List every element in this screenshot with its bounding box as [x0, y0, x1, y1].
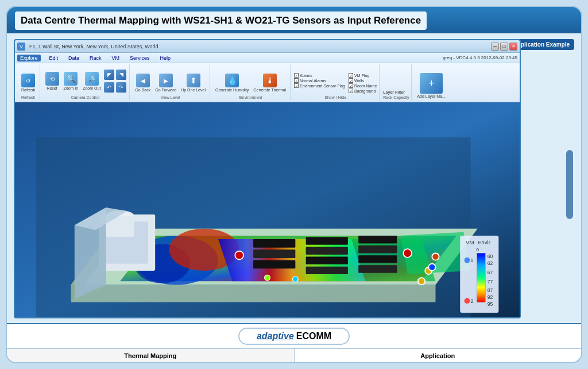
svg-text:95: 95 [488, 301, 493, 307]
svg-point-30 [403, 249, 412, 257]
rotate-right-button[interactable]: ↷ [115, 82, 127, 93]
reset-icon: ⟲ [45, 72, 59, 86]
env-sensor-box[interactable] [294, 83, 299, 88]
vm-flag-box[interactable] [349, 73, 353, 78]
window-title: F1, 1 Wall St, New York, New York, Unite… [27, 44, 491, 49]
menu-data[interactable]: Data [67, 55, 81, 61]
alarm-checkbox[interactable]: Alarms [294, 73, 345, 78]
walls-label: Walls [354, 79, 364, 83]
camera-buttons: ⟲ Reset 🔍 Zoom In 🔎 Zoom Out [44, 69, 127, 93]
window-controls: ─ □ ✕ [491, 43, 517, 51]
room-name-box[interactable] [349, 83, 353, 88]
menu-bar: Explore Edit Data Rack VM Services Help … [15, 53, 520, 63]
refresh-icon: ↺ [21, 74, 35, 87]
page-title: Data Centre Thermal Mapping with WS21-SH… [15, 11, 427, 30]
svg-rect-43 [477, 253, 486, 302]
window-chrome: V F1, 1 Wall St, New York, New York, Uni… [15, 40, 520, 53]
svg-rect-22 [358, 265, 397, 272]
tilt-right-button[interactable]: ◥ [115, 69, 127, 80]
normal-alarm-checkbox[interactable]: Normal Alarms [294, 78, 345, 83]
reset-button[interactable]: ⟲ Reset [44, 71, 61, 91]
svg-rect-17 [306, 257, 348, 264]
close-button[interactable]: ✕ [509, 43, 517, 51]
svg-point-29 [235, 251, 243, 260]
go-back-button[interactable]: ◀ Go Back [133, 72, 152, 93]
toolbar-section-refresh: ↺ Refresh Refresh [17, 64, 40, 101]
svg-text:67: 67 [488, 270, 493, 275]
svg-marker-3 [71, 285, 436, 302]
svg-text:VM: VM [466, 239, 474, 245]
svg-point-34 [428, 264, 435, 271]
nav-thermal-mapping[interactable]: Thermal Mapping [7, 349, 295, 362]
thermal-icon: 🌡 [263, 74, 277, 87]
layer-filter-label: Layer Filter [383, 90, 409, 94]
svg-point-33 [432, 253, 439, 260]
up-level-icon: ⬆ [187, 74, 200, 87]
menu-edit[interactable]: Edit [48, 55, 60, 61]
refresh-section-label: Refresh [21, 95, 36, 99]
env-buttons: 💧 Generate Humidity 🌡 Generate Thermal [214, 72, 288, 93]
svg-point-31 [418, 278, 425, 285]
svg-text:o: o [476, 247, 479, 252]
go-back-icon: ◀ [136, 74, 150, 87]
thermal-view[interactable]: VM Envir o 1 [15, 102, 520, 318]
zoom-out-icon: 🔎 [85, 72, 99, 86]
logo-container: adaptive ECOMM [238, 328, 350, 345]
logo-ecomm: ECOMM [296, 331, 331, 341]
status-bar: greg - VDC4.4.0.3 2012-09-02 23:45 [443, 55, 517, 60]
menu-help[interactable]: Help [158, 55, 173, 61]
normal-alarm-label: Normal Alarms [300, 79, 326, 83]
walls-checkbox[interactable]: Walls [349, 78, 377, 83]
background-checkbox[interactable]: Background [349, 89, 377, 93]
maximize-button[interactable]: □ [500, 43, 508, 51]
svg-text:1: 1 [471, 257, 474, 263]
toolbar-section-show-hide: Alarms Normal Alarms Environment Sensor … [292, 64, 380, 101]
main-card: Data Centre Thermal Mapping with WS21-SH… [6, 6, 582, 363]
zoom-out-button[interactable]: 🔎 Zoom Out [81, 71, 102, 91]
alarm-checkbox-box[interactable] [294, 73, 299, 78]
add-layer-icon: + [428, 78, 435, 90]
svg-text:60: 60 [488, 253, 493, 259]
right-scrollbar[interactable] [566, 150, 573, 219]
walls-box[interactable] [349, 78, 353, 83]
toolbar-section-view: ◀ Go Back ▶ Go Forward ⬆ Up One Level [131, 64, 210, 101]
vm-flag-checkbox[interactable]: VM Flag [349, 73, 377, 78]
zoom-in-button[interactable]: 🔍 Zoom In [62, 71, 80, 91]
env-section-label: Environment [239, 95, 262, 99]
refresh-label: Refresh [21, 88, 36, 92]
add-layer-button[interactable]: + Add Layer Ma... [415, 72, 447, 99]
rotate-left-button[interactable]: ↶ [103, 82, 115, 93]
camera-section-label: Camera Control [71, 95, 99, 99]
refresh-button[interactable]: ↺ Refresh [20, 72, 37, 93]
up-level-button[interactable]: ⬆ Up One Level [179, 72, 207, 93]
background-box[interactable] [349, 89, 353, 93]
minimize-button[interactable]: ─ [491, 43, 499, 51]
env-sensor-checkbox[interactable]: Environment Sensor Flag [294, 83, 345, 88]
menu-explore[interactable]: Explore [17, 55, 41, 62]
rack-capacity-label: Rack Capacity [383, 95, 409, 99]
svg-rect-18 [306, 267, 348, 274]
refresh-buttons: ↺ Refresh [20, 72, 37, 93]
svg-point-35 [265, 275, 270, 280]
zoom-in-icon: 🔍 [64, 72, 78, 86]
checkbox-group-1: Alarms Normal Alarms Environment Sensor … [294, 73, 345, 93]
go-forward-button[interactable]: ▶ Go Forward [153, 72, 178, 93]
svg-rect-20 [358, 245, 397, 253]
menu-vm[interactable]: VM [110, 55, 122, 61]
svg-text:92: 92 [488, 294, 493, 300]
gen-thermal-button[interactable]: 🌡 Generate Thermal [252, 72, 288, 93]
add-layer-label: Add Layer Ma... [417, 94, 445, 98]
menu-services[interactable]: Services [128, 55, 152, 61]
toolbar: ↺ Refresh Refresh ⟲ Reset [15, 63, 520, 102]
top-bar: Data Centre Thermal Mapping with WS21-SH… [7, 7, 581, 33]
logo-adaptive: adaptive [257, 331, 294, 341]
gen-humidity-button[interactable]: 💧 Generate Humidity [214, 72, 250, 93]
room-name-checkbox[interactable]: Room Name [349, 83, 377, 88]
view-section-label: View Level [161, 95, 180, 99]
tilt-left-button[interactable]: ◤ [103, 69, 115, 80]
main-content: V F1, 1 Wall St, New York, New York, Uni… [7, 33, 581, 323]
menu-rack[interactable]: Rack [88, 55, 103, 61]
nav-application[interactable]: Application [295, 349, 582, 362]
normal-alarm-box[interactable] [294, 78, 299, 83]
left-area: V F1, 1 Wall St, New York, New York, Uni… [14, 39, 521, 318]
